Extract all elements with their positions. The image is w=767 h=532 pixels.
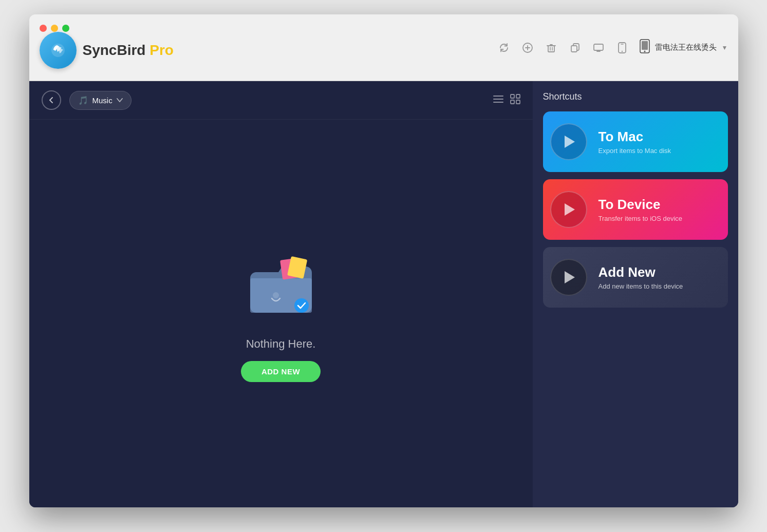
device-selector[interactable]: 雷电法王在线烫头 ▼	[640, 39, 728, 56]
to-device-circle	[550, 191, 587, 228]
empty-state: Nothing Here. ADD NEW	[29, 120, 533, 507]
svg-rect-10	[516, 94, 520, 98]
empty-illustration	[240, 245, 322, 327]
refresh-icon[interactable]	[497, 41, 511, 55]
add-new-button[interactable]: ADD NEW	[241, 361, 321, 382]
shortcut-to-device[interactable]: To Device Transfer items to iOS device	[543, 179, 728, 240]
add-new-play-btn	[543, 247, 594, 308]
section-chevron-icon	[117, 97, 123, 104]
add-new-desc: Add new items to this device	[598, 282, 720, 290]
logo-icon	[40, 32, 77, 69]
to-mac-play-icon	[565, 136, 575, 148]
add-new-circle	[550, 259, 587, 296]
traffic-lights	[40, 25, 69, 32]
svg-point-15	[294, 298, 309, 313]
folder-svg	[240, 245, 322, 327]
section-selector[interactable]: 🎵 Music	[69, 91, 132, 110]
close-button[interactable]	[40, 25, 47, 32]
svg-point-8	[644, 50, 645, 52]
svg-rect-1	[548, 46, 554, 52]
add-icon[interactable]	[520, 41, 535, 55]
add-new-play-icon	[565, 271, 575, 283]
delete-icon[interactable]	[544, 41, 558, 55]
add-new-title: Add New	[598, 264, 720, 280]
to-mac-desc: Export items to Mac disk	[598, 147, 720, 155]
to-mac-circle	[550, 123, 587, 160]
empty-state-text: Nothing Here.	[246, 337, 316, 351]
svg-point-14	[273, 292, 279, 298]
to-mac-text: To Mac Export items to Mac disk	[594, 129, 728, 155]
screen-icon[interactable]	[591, 41, 606, 55]
phone-icon	[640, 39, 650, 56]
add-new-text: Add New Add new items to this device	[594, 264, 728, 290]
music-icon: 🎵	[78, 96, 88, 105]
main-content: 🎵 Music	[29, 81, 738, 507]
to-mac-title: To Mac	[598, 129, 720, 145]
app-window: SyncBird Pro	[29, 14, 738, 507]
svg-point-5	[621, 50, 622, 51]
navbar: 🎵 Music	[29, 81, 533, 120]
shortcut-to-mac[interactable]: To Mac Export items to Mac disk	[543, 111, 728, 172]
app-title: SyncBird Pro	[83, 42, 174, 59]
svg-rect-9	[511, 94, 514, 98]
shortcut-add-new[interactable]: Add New Add new items to this device	[543, 247, 728, 308]
logo-area: SyncBird Pro	[40, 32, 174, 69]
to-device-desc: Transfer items to iOS device	[598, 215, 720, 222]
copy-icon[interactable]	[568, 41, 582, 55]
fullscreen-button[interactable]	[62, 25, 69, 32]
right-panel: Shortcuts To Mac Export items to Mac dis…	[533, 81, 738, 507]
to-mac-play-btn	[543, 111, 594, 172]
list-view-button[interactable]	[493, 94, 504, 106]
svg-rect-12	[516, 100, 520, 104]
svg-rect-7	[642, 41, 648, 50]
back-button[interactable]	[42, 90, 61, 110]
to-device-title: To Device	[598, 197, 720, 213]
section-label: Music	[92, 96, 113, 105]
grid-view-button[interactable]	[510, 94, 520, 107]
device-chevron-icon: ▼	[722, 44, 728, 51]
toolbar-right: 雷电法王在线烫头 ▼	[497, 39, 728, 56]
to-device-play-icon	[565, 203, 575, 216]
svg-rect-2	[571, 46, 577, 52]
svg-rect-11	[511, 100, 514, 104]
to-device-text: To Device Transfer items to iOS device	[594, 197, 728, 222]
left-panel: 🎵 Music	[29, 81, 533, 507]
view-controls	[493, 94, 520, 107]
svg-rect-3	[594, 44, 603, 50]
bird-icon	[47, 40, 69, 61]
shortcuts-title: Shortcuts	[543, 91, 728, 102]
to-device-play-btn	[543, 179, 594, 240]
titlebar: SyncBird Pro	[29, 14, 738, 81]
minimize-button[interactable]	[51, 25, 58, 32]
device-name-label: 雷电法王在线烫头	[655, 43, 717, 52]
toolbar-icons	[497, 41, 629, 55]
device-icon[interactable]	[615, 41, 629, 55]
